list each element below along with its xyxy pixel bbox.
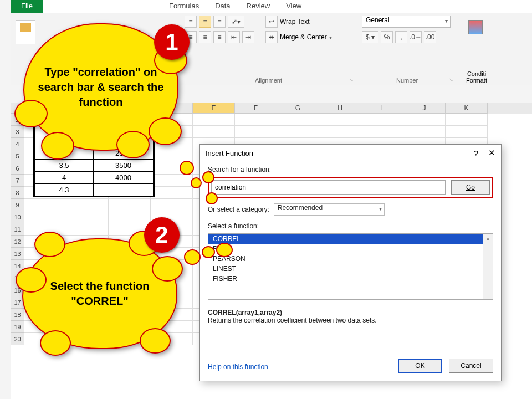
callout-2-badge: 2 <box>144 217 180 253</box>
callout-2: Select the function "CORREL" <box>22 238 177 349</box>
connector-bubble-2b <box>202 246 215 258</box>
cell-B7[interactable]: 4 <box>35 172 94 184</box>
category-dropdown[interactable]: Recommended <box>274 203 385 216</box>
tab-review[interactable]: Review <box>239 0 279 13</box>
func-rsq[interactable]: RSQ <box>208 244 493 254</box>
decrease-decimal-button[interactable]: .00 <box>424 31 436 43</box>
wrap-icon: ↩ <box>265 16 278 28</box>
cell-C7[interactable]: 4000 <box>93 172 153 184</box>
col-K[interactable]: K <box>446 103 488 114</box>
tab-bar: File Formulas Data Review View <box>11 0 532 13</box>
row-head-11[interactable]: 11 <box>11 223 24 236</box>
select-function-label: Select a function: <box>208 222 493 230</box>
cell-C6[interactable]: 3500 <box>93 160 153 172</box>
orientation-button[interactable]: ⤢▾ <box>228 16 244 28</box>
connector-bubble-2a <box>184 249 201 265</box>
dialog-title: Insert Function <box>206 149 253 157</box>
number-format-dropdown[interactable]: General <box>362 16 451 28</box>
group-label-number: Number <box>362 75 452 84</box>
category-label: Or select a category: <box>208 206 269 213</box>
group-styles: Conditi Formatt <box>457 13 496 85</box>
function-signature: CORREL(array1,array2) <box>208 309 282 316</box>
row-head-5[interactable]: 5 <box>11 150 24 162</box>
insert-function-dialog: Insert Function ? ✕ Search for a functio… <box>200 144 502 381</box>
row-head-3[interactable]: 3 <box>11 126 24 138</box>
function-description: CORREL(array1,array2) Returns the correl… <box>208 309 493 324</box>
merge-center-button[interactable]: Merge & Center <box>280 33 327 41</box>
connector-bubble-1a <box>180 161 194 175</box>
tab-file[interactable]: File <box>11 0 43 13</box>
connector-bubble-1b <box>191 177 202 188</box>
comma-button[interactable]: , <box>395 31 407 43</box>
tab-hidden-region <box>43 0 161 13</box>
align-bottom-button[interactable]: ≡ <box>213 16 226 28</box>
percent-button[interactable]: % <box>381 31 393 43</box>
cancel-button[interactable]: Cancel <box>449 359 493 373</box>
help-link[interactable]: Help on this function <box>208 363 268 371</box>
col-I[interactable]: I <box>361 103 403 114</box>
conditional-label: Conditi Formatt <box>462 70 492 84</box>
callout-1-text: Type "correlation" on search bar & searc… <box>35 65 166 110</box>
align-center-button[interactable]: ≡ <box>199 31 211 43</box>
go-button[interactable]: Go <box>451 180 490 195</box>
connector-bubble-2c <box>216 243 233 257</box>
indent-decrease-button[interactable]: ⇤ <box>228 31 240 43</box>
row-head-7[interactable]: 7 <box>11 175 24 187</box>
col-E[interactable]: E <box>193 103 235 114</box>
col-G[interactable]: G <box>277 103 319 114</box>
group-number: General $ ▾ % , .0→ .00 Number <box>357 13 457 85</box>
increase-decimal-button[interactable]: .0→ <box>410 31 422 43</box>
cell-B8[interactable]: 4.3 <box>35 184 94 196</box>
indent-increase-button[interactable]: ⇥ <box>242 31 254 43</box>
row-head-9[interactable]: 9 <box>11 199 24 211</box>
align-top-button[interactable]: ≡ <box>185 16 197 28</box>
tab-formulas[interactable]: Formulas <box>161 0 207 13</box>
tab-data[interactable]: Data <box>207 0 238 13</box>
callout-2-text: Select the function "CORREL" <box>34 279 165 309</box>
col-F[interactable]: F <box>235 103 277 114</box>
tab-view[interactable]: View <box>278 0 310 13</box>
search-input[interactable] <box>211 180 446 195</box>
row-head-10[interactable]: 10 <box>11 211 24 223</box>
row-head-8[interactable]: 8 <box>11 187 24 199</box>
align-right-button[interactable]: ≡ <box>213 31 226 43</box>
function-desc-text: Returns the correlation coefficient betw… <box>208 316 377 324</box>
col-J[interactable]: J <box>403 103 446 114</box>
search-label: Search for a function: <box>208 166 493 173</box>
cell-B6[interactable]: 3.5 <box>35 160 94 172</box>
func-linest[interactable]: LINEST <box>208 264 493 274</box>
conditional-formatting-button[interactable] <box>468 20 485 37</box>
search-row: Go <box>208 177 493 198</box>
col-H[interactable]: H <box>319 103 361 114</box>
scrollbar[interactable] <box>483 234 493 299</box>
func-pearson[interactable]: PEARSON <box>208 254 493 264</box>
conditional-formatting-icon <box>468 20 483 34</box>
chevron-down-icon: ▾ <box>329 34 332 40</box>
func-correl[interactable]: CORREL <box>208 234 493 244</box>
cell-C8[interactable] <box>93 184 153 196</box>
help-icon[interactable]: ? <box>474 149 478 158</box>
func-fisher[interactable]: FISHER <box>208 274 493 284</box>
currency-button[interactable]: $ ▾ <box>362 31 378 43</box>
wrap-text-button[interactable]: Wrap Text <box>280 18 310 25</box>
align-middle-button[interactable]: ≡ <box>199 16 211 28</box>
ok-button[interactable]: OK <box>398 359 442 373</box>
group-alignment: ≡ ≡ ≡ ⤢▾ ≡ ≡ ≡ ⇤ ⇥ ↩ Wrap Text <box>180 13 357 85</box>
group-label-alignment: Alignment <box>185 75 352 84</box>
callout-1-badge: 1 <box>154 24 190 60</box>
row-head-6[interactable]: 6 <box>11 162 24 175</box>
row-head-4[interactable]: 4 <box>11 138 24 150</box>
merge-icon: ⬌ <box>265 31 278 43</box>
function-listbox[interactable]: CORREL RSQ PEARSON LINEST FISHER <box>208 233 493 300</box>
close-icon[interactable]: ✕ <box>488 148 495 158</box>
